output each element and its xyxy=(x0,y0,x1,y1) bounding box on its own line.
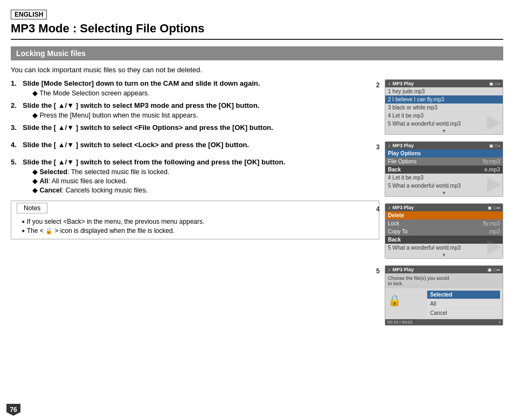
panel-2-wrapper: 2 ♪ MP3 Play ▣ □ ▪ 1 he xyxy=(385,79,503,135)
panel-3-title: ♪ MP3 Play xyxy=(388,143,414,148)
step-1-number: 1. xyxy=(11,79,20,97)
music-note-icon-4: ♪ xyxy=(388,205,391,210)
step-2: 2. Slide the [ ▲/▼ ] switch to select MP… xyxy=(11,101,379,119)
watermark-2: ▶ xyxy=(487,112,501,132)
left-column: 1. Slide [Mode Selector] down to turn on… xyxy=(11,79,379,329)
step-4: 4. Slide the [ ▲/▼ ] switch to select <L… xyxy=(11,141,379,150)
content-area: 1. Slide [Mode Selector] down to turn on… xyxy=(11,79,503,329)
device-panel-5: ♪ MP3 Play ▣ □ ▪▪ Choose the file(s) you… xyxy=(385,265,503,326)
step-1-bullet-1: The Mode Selection screen appears. xyxy=(32,89,379,97)
intro-text: You can lock important music files so th… xyxy=(11,66,503,74)
panel-5-inner: Choose the file(s) you wouldto lock. 🔒 S… xyxy=(385,273,503,325)
back-item-3: Backe.mp3 xyxy=(385,166,503,174)
section-header: Locking Music files xyxy=(11,46,503,60)
step-4-title: Slide the [ ▲/▼ ] switch to select <Lock… xyxy=(23,141,379,149)
down-arrow-4: ▼ xyxy=(385,252,503,258)
notes-item-2: The < 🔒 > icon is displayed when the fil… xyxy=(21,227,373,235)
english-tag: ENGLISH xyxy=(11,10,47,19)
step-5-title: Slide the [ ▲/▼ ] switch to select from … xyxy=(23,158,379,166)
notes-box: Notes If you select <Back> in the menu, … xyxy=(11,201,379,239)
step-5-content: Slide the [ ▲/▼ ] switch to select from … xyxy=(23,158,379,194)
step-2-number: 2. xyxy=(11,101,20,119)
notes-header: Notes xyxy=(17,203,47,214)
cancel-item: Cancel xyxy=(427,309,500,317)
step-3-content: Slide the [ ▲/▼ ] switch to select <File… xyxy=(23,123,379,133)
panel-5-icons: ▣ □ ▪▪ xyxy=(488,267,500,272)
step-2-bullet-1: Press the [Menu] button when the music l… xyxy=(32,111,379,119)
panel-2-header: ♪ MP3 Play ▣ □ ▪ xyxy=(385,80,503,87)
watermark-4: ▶ xyxy=(487,236,501,256)
page-number-badge: 76 xyxy=(6,404,20,416)
back-item-4: Back xyxy=(385,236,503,244)
music-note-icon-5: ♪ xyxy=(388,267,391,272)
panel-3-inner: Play Options File Optionsfly.mp3 Backe.m… xyxy=(385,149,503,196)
music-note-icon-3: ♪ xyxy=(388,143,391,148)
list-item: 4 Let it be.mp3 xyxy=(385,174,503,182)
step-1-title: Slide [Mode Selector] down to turn on th… xyxy=(23,79,379,87)
file-options-item: File Optionsfly.mp3 xyxy=(385,157,503,166)
panel-2-title: ♪ MP3 Play xyxy=(388,81,414,86)
lock-icon: 🔒 xyxy=(388,291,424,307)
right-column: 2 ♪ MP3 Play ▣ □ ▪ 1 he xyxy=(385,79,503,329)
step-2-title: Slide the [ ▲/▼ ] switch to select MP3 m… xyxy=(23,101,379,109)
panel-4-title: ♪ MP3 Play xyxy=(388,205,414,210)
options-play-item: Play Options xyxy=(385,149,503,157)
list-item: 3 black or white.mp3 xyxy=(385,104,503,112)
step-5: 5. Slide the [ ▲/▼ ] switch to select fr… xyxy=(11,158,379,194)
device-panel-3: ♪ MP3 Play ▣ □ ▪ Play Options File Optio… xyxy=(385,141,503,197)
device-panel-2: ♪ MP3 Play ▣ □ ▪ 1 hey jude.mp3 2 I beli… xyxy=(385,79,503,135)
list-item: 5 What a wonderful world.mp3 xyxy=(385,120,503,128)
panel-5-number: 5 xyxy=(376,267,380,275)
panel-4-inner: Delete Lockfly.mp3 Copy To.mp3 Back 5 Wh… xyxy=(385,211,503,258)
down-arrow-2: ▼ xyxy=(385,128,503,134)
step-5-bullet-2: All: All music files are locked. xyxy=(32,177,379,185)
lock-options: 🔒 Selected All Cancel xyxy=(385,288,503,319)
lock-item: Lockfly.mp3 xyxy=(385,219,503,228)
panel-2-inner: 1 hey jude.mp3 2 I believe I can fly.mp3… xyxy=(385,87,503,134)
step-1-content: Slide [Mode Selector] down to turn on th… xyxy=(23,79,379,97)
device-panel-4: ♪ MP3 Play ▣ □ ▪▪ Delete Lockfly.mp3 xyxy=(385,203,503,259)
step-5-bullet-3: Cancel: Cancels locking music files. xyxy=(32,186,379,194)
panel-2-number: 2 xyxy=(376,81,380,89)
timestamp-5: 00:19 / 04:02 ▪ xyxy=(385,319,503,325)
step-3-title: Slide the [ ▲/▼ ] switch to select <File… xyxy=(23,123,379,132)
list-item: 2 I believe I can fly.mp3 xyxy=(385,95,503,104)
step-1: 1. Slide [Mode Selector] down to turn on… xyxy=(11,79,379,97)
step-5-number: 5. xyxy=(11,158,20,194)
panel-4-number: 4 xyxy=(376,205,380,213)
step-4-content: Slide the [ ▲/▼ ] switch to select <Lock… xyxy=(23,141,379,150)
panel-5-wrapper: 5 ♪ MP3 Play ▣ □ ▪▪ Choo xyxy=(385,265,503,326)
lock-icon-area: 🔒 xyxy=(388,291,424,317)
panel-3-header: ♪ MP3 Play ▣ □ ▪ xyxy=(385,142,503,149)
list-item: 4 Let it be.mp3 xyxy=(385,112,503,120)
step-5-bullet-1: Selected: The selected music file is loc… xyxy=(32,168,379,176)
panel-2-icons: ▣ □ ▪ xyxy=(489,81,500,86)
copy-to-item: Copy To.mp3 xyxy=(385,228,503,236)
step-3-number: 3. xyxy=(11,123,20,133)
lock-choices: Selected All Cancel xyxy=(427,291,500,317)
panel-5-header: ♪ MP3 Play ▣ □ ▪▪ xyxy=(385,266,503,273)
notes-item-1: If you select <Back> in the menu, the pr… xyxy=(21,218,373,225)
all-item: All xyxy=(427,300,500,308)
panel-3-wrapper: 3 ♪ MP3 Play ▣ □ ▪ Play xyxy=(385,141,503,197)
panel-4-wrapper: 4 ♪ MP3 Play ▣ □ ▪▪ Dele xyxy=(385,203,503,259)
list-item: 5 What a wonderful world.mp3 xyxy=(385,182,503,190)
selected-item: Selected xyxy=(427,291,500,299)
panel-3-number: 3 xyxy=(376,143,380,151)
page: ENGLISH MP3 Mode : Selecting File Option… xyxy=(0,0,514,420)
delete-item: Delete xyxy=(385,211,503,219)
list-item: 1 hey jude.mp3 xyxy=(385,87,503,95)
list-item: 5 What a wonderful world.mp3 xyxy=(385,244,503,252)
down-arrow-3: ▼ xyxy=(385,190,503,196)
panel-4-icons: ▣ □ ▪▪ xyxy=(488,205,500,210)
page-title: MP3 Mode : Selecting File Options xyxy=(11,22,503,40)
step-3: 3. Slide the [ ▲/▼ ] switch to select <F… xyxy=(11,123,379,133)
watermark-3: ▶ xyxy=(487,174,501,194)
choose-text: Choose the file(s) you wouldto lock. xyxy=(385,273,503,288)
step-2-content: Slide the [ ▲/▼ ] switch to select MP3 m… xyxy=(23,101,379,119)
panel-3-icons: ▣ □ ▪ xyxy=(489,143,500,148)
panel-4-header: ♪ MP3 Play ▣ □ ▪▪ xyxy=(385,204,503,211)
music-note-icon-2: ♪ xyxy=(388,81,391,86)
panel-5-title: ♪ MP3 Play xyxy=(388,267,414,272)
step-4-number: 4. xyxy=(11,141,20,150)
